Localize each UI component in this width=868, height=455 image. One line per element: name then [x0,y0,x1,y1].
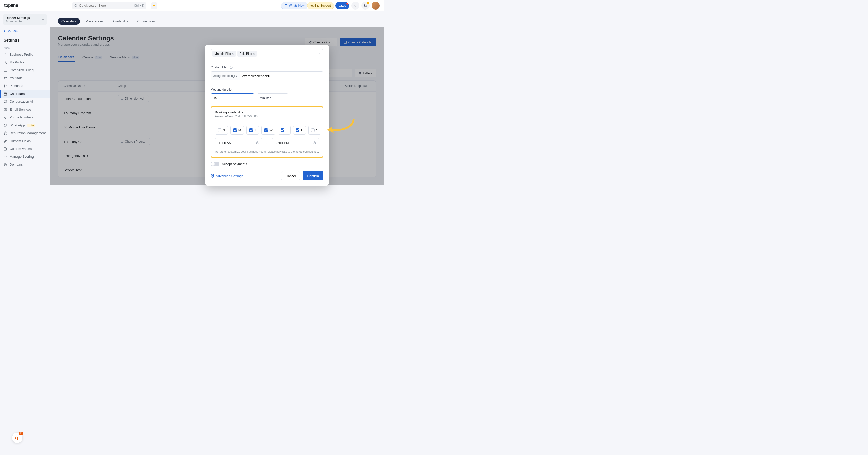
sidebar-item-phone-numbers[interactable]: Phone Numbers [0,113,50,121]
phone-button[interactable] [351,2,360,10]
more-vertical-icon [345,110,349,115]
svg-point-45 [347,168,347,169]
team-member-select[interactable]: Maddie Billo×Poki Billo× [211,49,323,58]
sidebar-item-email-services[interactable]: Email Services [0,105,50,113]
more-vertical-icon [345,168,349,172]
global-search[interactable]: Ctrl + K [72,2,146,9]
page-subtitle: Manage your calendars and groups [58,43,114,46]
confirm-button[interactable]: Confirm [303,171,323,180]
duration-input[interactable] [211,93,254,102]
cancel-button[interactable]: Cancel [281,171,300,180]
time-to-input[interactable]: 05:00 PM [272,138,319,148]
sidebar-item-my-staff[interactable]: My Staff [0,74,50,82]
group-chip[interactable]: Dimension Adm [118,95,149,102]
svg-point-53 [212,175,213,176]
sidebar-item-label: WhatsApp [10,123,25,127]
notification-dot [346,3,348,5]
sidebar-item-whatsapp[interactable]: WhatsAppbeta [0,121,50,129]
advanced-settings-link[interactable]: Advanced Settings [211,174,243,178]
zap-button[interactable] [151,2,157,9]
location-select[interactable]: Dunder Mifflin [D... Scranton, PA [3,14,47,25]
svg-point-8 [4,85,5,85]
content-tab-connections[interactable]: Connections [134,18,159,25]
sidebar-item-manage-scoring[interactable]: Manage Scoring [0,153,50,161]
remove-chip-button[interactable]: × [253,52,255,56]
calendar-name-cell: 30 Minute Live Demo [64,125,115,129]
sidebar-item-label: Domains [10,163,23,166]
member-chip: Poki Billo× [237,51,257,57]
users-icon [4,76,7,80]
search-kbd-hint: Ctrl + K [134,4,144,7]
sidebar-item-label: Phone Numbers [10,116,33,119]
content-tab-preferences[interactable]: Preferences [82,18,107,25]
calendar-icon [343,40,347,44]
content-tab-availability[interactable]: Availability [109,18,131,25]
group-chip[interactable]: Church Program [118,138,150,145]
topbar: topline Ctrl + K Whats New topline Suppo… [0,0,384,11]
location-name: Dunder Mifflin [D... [6,16,33,20]
support-button[interactable]: topline Support [307,2,334,9]
sidebar-item-label: Manage Scoring [10,155,34,159]
sidebar-item-label: My Staff [10,76,22,80]
sidebar-item-my-profile[interactable]: My Profile [0,58,50,66]
svg-line-1 [76,6,77,7]
page-tab-calendars[interactable]: Calendars [58,53,75,62]
checkbox [264,128,268,132]
custom-url-input[interactable] [240,71,323,80]
row-menu-button[interactable] [345,168,370,172]
day-toggle-f[interactable]: F [293,126,306,135]
bell-button[interactable] [362,2,370,10]
duration-unit-select[interactable]: Minutes [257,93,288,102]
create-calendar-button[interactable]: Create Calendar [340,38,376,46]
content-tab-calendars[interactable]: Calendars [58,18,80,25]
filters-button[interactable]: Filters [354,69,376,77]
card-icon [4,68,7,72]
sidebar-item-domains[interactable]: Domains [0,161,50,168]
svg-point-6 [5,77,6,78]
svg-point-44 [347,157,347,157]
sidebar-item-custom-fields[interactable]: Custom Fields [0,137,50,145]
svg-point-35 [347,113,347,114]
avatar[interactable] [372,2,380,10]
sidebar-item-calendars[interactable]: Calendars [0,90,50,98]
column-header: Action Dropdown [345,84,370,88]
whats-new-button[interactable]: Whats New [281,2,308,9]
updates-button[interactable]: dates [335,2,349,9]
svg-rect-4 [4,69,7,71]
accept-payments-toggle[interactable] [211,162,219,166]
svg-point-7 [6,77,7,78]
svg-rect-2 [4,54,7,56]
day-toggle-m[interactable]: M [230,126,244,135]
sidebar-item-custom-values[interactable]: Custom Values [0,145,50,153]
day-toggle-t[interactable]: T [278,126,290,135]
row-menu-button[interactable] [345,154,370,158]
sidebar-item-pipelines[interactable]: Pipelines [0,82,50,90]
day-toggle-t[interactable]: T [246,126,259,135]
day-toggle-s[interactable]: S [215,126,228,135]
day-toggle-s[interactable]: S [308,126,321,135]
row-menu-button[interactable] [345,139,370,144]
row-menu-button[interactable] [345,96,370,101]
svg-point-14 [4,124,7,127]
row-menu-button[interactable] [345,125,370,130]
sidebar-item-conversation-ai[interactable]: Conversation AI [0,98,50,105]
search-input[interactable] [79,4,132,7]
remove-chip-button[interactable]: × [232,52,234,56]
day-toggle-w[interactable]: W [261,126,275,135]
svg-point-9 [4,87,5,87]
checkbox [249,128,253,132]
row-menu-button[interactable] [345,110,370,116]
filter-icon [359,71,362,75]
briefcase-icon [4,53,7,56]
folder-icon [120,140,123,143]
custom-url-label: Custom URL [211,66,228,69]
svg-point-34 [347,112,347,113]
go-back-link[interactable]: Go Back [0,28,50,36]
sidebar-item-reputation-management[interactable]: Reputation Management [0,129,50,137]
page-tab-service-menu[interactable]: Service MenuNew [110,53,140,62]
sidebar-item-company-billing[interactable]: Company Billing [0,66,50,74]
sidebar-item-business-profile[interactable]: Business Profile [0,51,50,58]
svg-point-38 [347,128,347,128]
page-tab-groups[interactable]: GroupsNew [82,53,102,62]
time-from-input[interactable]: 08:00 AM [215,138,262,148]
